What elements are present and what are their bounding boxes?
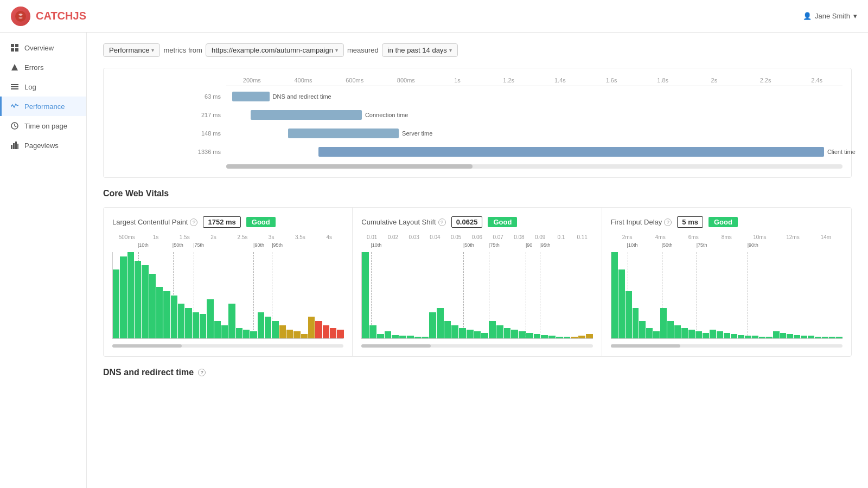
- cwv-fid-info[interactable]: ?: [664, 219, 672, 226]
- cwv-fid-axis: 2ms 4ms 6ms 8ms 10ms 12ms 14m: [611, 234, 843, 240]
- hist-bar-18: [243, 330, 250, 338]
- hist-bar-20: [258, 312, 264, 338]
- cwv-lcp: Largest Contentful Paint ? 1752 ms Good …: [104, 208, 353, 356]
- timeline-row-connection: 217 ms Connection time: [112, 109, 843, 121]
- hist-bar-1: [120, 256, 126, 338]
- server-value: 148 ms: [201, 130, 221, 137]
- axis-1-6s: 1.6s: [586, 77, 637, 84]
- sidebar-label-performance: Performance: [24, 102, 65, 111]
- hist-bar-2: [127, 252, 134, 338]
- axis-1s: 1s: [432, 77, 483, 84]
- axis-800ms: 800ms: [380, 77, 432, 84]
- hist-bar-10: [681, 328, 688, 338]
- cwv-cls: Cumulative Layout Shift ? 0.0625 Good 0.…: [353, 208, 602, 356]
- sidebar-item-errors[interactable]: Errors: [0, 57, 86, 77]
- hist-bar-18: [496, 325, 503, 338]
- url-dropdown-label: https://example.com/autumn-campaign: [212, 46, 333, 54]
- hist-bar-14: [214, 321, 221, 338]
- cwv-cls-percentiles: |10th |50th |75th |90 |95th: [361, 242, 592, 251]
- hist-bar-2: [377, 334, 384, 338]
- cwv-cls-scrollbar[interactable]: [361, 344, 592, 348]
- hist-bar-23: [773, 331, 780, 338]
- hist-bar-30: [586, 334, 593, 338]
- user-menu[interactable]: 👤 Jane Smith ▾: [803, 12, 857, 20]
- server-row-label: 148 ms: [112, 130, 226, 137]
- cwv-fid-badge: Good: [709, 217, 738, 227]
- hist-bar-26: [301, 334, 308, 338]
- svg-rect-8: [11, 88, 18, 89]
- hist-bar-24: [541, 335, 548, 338]
- hist-bar-5: [646, 328, 653, 338]
- hist-bar-23: [279, 325, 286, 338]
- topbar: Performance ▾ metrics from https://examp…: [103, 43, 852, 57]
- hist-bar-29: [815, 337, 821, 338]
- timeline-rows: 63 ms DNS and redirect time 217 ms: [112, 91, 843, 158]
- timeline-scrollbar[interactable]: [226, 164, 843, 169]
- hist-bar-4: [639, 321, 646, 338]
- cwv-fid-scrollbar[interactable]: [611, 344, 843, 348]
- cwv-cls-title: Cumulative Layout Shift ?: [361, 218, 445, 226]
- hist-bar-12: [695, 331, 702, 338]
- logo-icon: [11, 7, 30, 26]
- hist-bar-11: [193, 312, 199, 338]
- content-area: Performance ▾ metrics from https://examp…: [87, 33, 868, 488]
- triangle-icon: [10, 63, 19, 72]
- sidebar: Overview Errors Log Performance Time on …: [0, 33, 87, 488]
- hist-bar-17: [236, 328, 242, 338]
- cwv-fid-title: First Input Delay ?: [611, 218, 672, 226]
- metric-dropdown[interactable]: Performance ▾: [103, 43, 160, 57]
- cwv-lcp-value: 1752 ms: [203, 216, 240, 228]
- cwv-lcp-badge: Good: [246, 217, 276, 227]
- axis-1-4s: 1.4s: [534, 77, 586, 84]
- cwv-lcp-bars: [112, 252, 343, 339]
- hist-bar-2: [626, 291, 632, 338]
- connection-row-label: 217 ms: [112, 112, 226, 118]
- sidebar-item-performance[interactable]: Performance: [0, 97, 86, 116]
- hist-bar-4: [142, 265, 148, 338]
- hist-bar-28: [808, 336, 814, 338]
- cwv-cls-value: 0.0625: [451, 216, 483, 228]
- timeline-axis: 200ms 400ms 600ms 800ms 1s 1.2s 1.4s 1.6…: [226, 77, 843, 86]
- hist-bar-3: [135, 261, 141, 338]
- sidebar-label-errors: Errors: [24, 63, 43, 72]
- period-dropdown[interactable]: in the past 14 days ▾: [382, 43, 458, 57]
- hist-bar-1: [369, 325, 376, 338]
- hist-bar-9: [674, 325, 681, 338]
- hist-bar-13: [207, 299, 213, 338]
- dns-section: DNS and redirect time ?: [103, 368, 852, 377]
- sidebar-item-pageviews[interactable]: Pageviews: [0, 136, 86, 155]
- from-label: metrics from: [163, 46, 202, 54]
- client-bar-label: Client time: [827, 149, 856, 155]
- hist-bar-15: [221, 325, 228, 338]
- svg-rect-11: [13, 143, 15, 149]
- cwv-grid: Largest Contentful Paint ? 1752 ms Good …: [103, 207, 852, 357]
- hist-bar-17: [731, 334, 737, 338]
- cwv-lcp-axis: 500ms 1s 1.5s 2s 2.5s 3s 3.5s 4s: [112, 234, 343, 240]
- dns-section-info[interactable]: ?: [198, 369, 206, 376]
- cwv-fid-histogram-container: |10th |50th |75th |90th: [611, 242, 843, 339]
- dns-bar-label: DNS and redirect time: [273, 93, 331, 100]
- svg-rect-1: [11, 44, 14, 47]
- dns-value: 63 ms: [205, 93, 221, 100]
- dns-track: DNS and redirect time: [226, 92, 843, 101]
- sidebar-item-overview[interactable]: Overview: [0, 38, 86, 57]
- cwv-lcp-info[interactable]: ?: [190, 219, 197, 226]
- cwv-lcp-scrollbar[interactable]: [112, 344, 343, 348]
- hist-bar-3: [633, 308, 639, 338]
- sidebar-item-log[interactable]: Log: [0, 77, 86, 97]
- axis-2-4s: 2.4s: [791, 77, 843, 84]
- user-dropdown-arrow: ▾: [853, 12, 857, 20]
- url-dropdown[interactable]: https://example.com/autumn-campaign ▾: [206, 43, 344, 57]
- svg-rect-3: [11, 48, 14, 52]
- svg-rect-10: [11, 145, 12, 149]
- hist-bar-23: [534, 334, 541, 338]
- sidebar-item-time-on-page[interactable]: Time on page: [0, 116, 86, 136]
- sidebar-label-overview: Overview: [24, 44, 54, 52]
- timeline-row-server: 148 ms Server time: [112, 127, 843, 139]
- hist-bar-12: [451, 325, 458, 338]
- hist-bar-0: [611, 252, 618, 338]
- svg-marker-5: [11, 64, 18, 70]
- cwv-fid-bars: [611, 252, 843, 339]
- url-dropdown-arrow: ▾: [335, 47, 338, 53]
- cwv-cls-info[interactable]: ?: [438, 219, 446, 226]
